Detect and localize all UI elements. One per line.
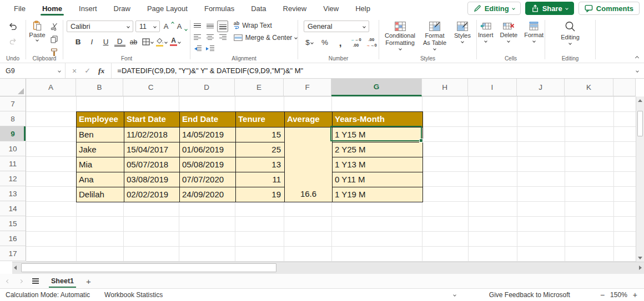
column-header-b[interactable]: B <box>76 79 123 96</box>
menu-tab-data[interactable]: Data <box>243 0 274 17</box>
column-header-e[interactable]: E <box>235 79 284 96</box>
table-cell[interactable]: Delilah <box>77 187 124 202</box>
table-cell[interactable]: 03/08/2019 <box>124 172 179 187</box>
zoom-in-button[interactable]: + <box>633 290 637 299</box>
percent-format-button[interactable]: % <box>319 37 330 48</box>
scroll-right-arrow[interactable] <box>639 266 642 270</box>
redo-button[interactable] <box>7 35 18 47</box>
column-header-i[interactable]: I <box>468 79 517 96</box>
table-cell[interactable]: 05/08/2019 <box>179 157 235 172</box>
table-cell[interactable]: 01/06/2019 <box>179 142 235 157</box>
row-header-9[interactable]: 9 <box>0 126 26 141</box>
vertical-scrollbar[interactable] <box>636 96 644 262</box>
wrap-text-button[interactable]: ab Wrap Text <box>234 22 298 29</box>
cut-button[interactable] <box>49 21 60 32</box>
table-cell[interactable]: 25 <box>235 142 284 157</box>
vertical-scroll-thumb[interactable] <box>637 111 643 136</box>
menu-tab-file[interactable]: File <box>6 0 34 17</box>
table-cell[interactable]: 15 <box>235 127 284 142</box>
double-underline-button[interactable]: D <box>114 37 125 47</box>
decrease-indent-button[interactable] <box>192 43 203 54</box>
menu-tab-draw[interactable]: Draw <box>105 0 139 17</box>
decrease-decimal-button[interactable]: .00→→0 <box>366 37 377 48</box>
menu-tab-view[interactable]: View <box>315 0 347 17</box>
table-cell[interactable]: 19 <box>235 187 284 202</box>
table-cell[interactable]: 05/07/2018 <box>124 157 179 172</box>
average-cell[interactable]: 16.6 <box>284 127 332 202</box>
table-cell[interactable]: Ben <box>77 127 124 142</box>
copy-button[interactable] <box>49 33 60 45</box>
scroll-down-arrow[interactable] <box>638 257 642 259</box>
table-cell[interactable]: 02/02/2019 <box>124 187 179 202</box>
menu-tab-formulas[interactable]: Formulas <box>196 0 243 17</box>
font-color-button[interactable]: A <box>170 36 181 48</box>
fill-handle[interactable] <box>419 139 423 142</box>
underline-button[interactable]: U <box>100 36 112 48</box>
menu-tab-insert[interactable]: Insert <box>71 0 105 17</box>
scroll-left-arrow[interactable] <box>14 266 17 270</box>
decrease-font-button[interactable]: A <box>175 21 187 32</box>
fill-color-button[interactable] <box>156 36 167 48</box>
row-header-17[interactable]: 17 <box>0 246 26 261</box>
horizontal-scrollbar[interactable] <box>12 262 644 274</box>
row-header-15[interactable]: 15 <box>0 216 26 231</box>
table-cell[interactable]: 14/05/2019 <box>179 127 235 142</box>
workbook-statistics-button[interactable]: Workbook Statistics <box>104 291 163 299</box>
column-header-a[interactable]: A <box>26 79 76 96</box>
collapse-ribbon-button[interactable] <box>635 56 639 60</box>
table-header-cell[interactable]: Years-Month <box>332 112 422 127</box>
table-header-cell[interactable]: Tenure <box>235 112 284 127</box>
table-cell[interactable]: 15/04/2017 <box>124 142 179 157</box>
table-cell[interactable]: Ana <box>77 172 124 187</box>
scroll-up-arrow[interactable] <box>638 99 642 102</box>
column-header-k[interactable]: K <box>565 79 613 96</box>
insert-function-button[interactable]: fx <box>98 67 104 75</box>
cell-styles-button[interactable]: Styles <box>452 22 473 43</box>
table-cell[interactable]: 1 Y19 M <box>332 187 422 202</box>
expand-formula-bar-button[interactable] <box>636 69 639 73</box>
status-bar-options-chevron[interactable] <box>453 293 456 297</box>
cancel-entry-button[interactable]: × <box>72 67 77 75</box>
table-cell[interactable]: 24/09/2020 <box>179 187 235 202</box>
column-header-g[interactable]: G <box>331 79 422 96</box>
share-button[interactable]: Share <box>525 2 574 15</box>
currency-format-button[interactable]: $ <box>304 37 315 48</box>
feedback-link[interactable]: Give Feedback to Microsoft <box>489 291 570 299</box>
row-header-12[interactable]: 12 <box>0 171 26 186</box>
delete-cells-button[interactable]: Delete <box>497 22 520 42</box>
table-header-cell[interactable]: Start Date <box>124 112 179 127</box>
column-header-h[interactable]: H <box>422 79 468 96</box>
next-sheet-button[interactable] <box>19 279 23 283</box>
column-header-c[interactable]: C <box>123 79 179 96</box>
align-middle-button[interactable] <box>204 21 215 32</box>
increase-indent-button[interactable] <box>204 43 215 54</box>
table-header-cell[interactable]: End Date <box>179 112 235 127</box>
italic-button[interactable]: I <box>87 36 98 48</box>
table-cell[interactable]: 2 Y25 M <box>332 142 422 157</box>
zoom-out-button[interactable]: − <box>600 290 605 299</box>
table-header-cell[interactable]: Average <box>284 112 332 127</box>
strikethrough-button[interactable]: ab <box>128 36 139 48</box>
bold-button[interactable]: B <box>73 36 84 48</box>
align-left-button[interactable] <box>192 32 203 43</box>
add-sheet-button[interactable]: + <box>86 277 91 286</box>
align-top-button[interactable] <box>192 21 203 32</box>
borders-button[interactable] <box>142 36 153 48</box>
column-header-j[interactable]: J <box>517 79 565 96</box>
align-bottom-button[interactable] <box>217 21 228 32</box>
number-format-select[interactable]: General <box>304 21 369 32</box>
increase-decimal-button[interactable]: ←←0.00 <box>350 37 361 48</box>
undo-button[interactable] <box>7 21 18 32</box>
format-cells-button[interactable]: Format <box>522 22 546 42</box>
row-header-16[interactable]: 16 <box>0 231 26 246</box>
align-center-button[interactable] <box>204 32 215 43</box>
formula-input[interactable]: =DATEDIF(C9,D9, "Y")&" Y" & DATEDIF(C9,D… <box>112 67 636 75</box>
previous-sheet-button[interactable] <box>6 279 10 283</box>
increase-font-button[interactable]: A <box>162 21 173 32</box>
format-as-table-button[interactable]: Format As Table <box>420 22 450 50</box>
table-cell[interactable]: 13 <box>235 157 284 172</box>
font-size-select[interactable]: 11 <box>135 21 160 32</box>
table-cell[interactable]: 11 <box>235 172 284 187</box>
row-header-7[interactable]: 7 <box>0 96 26 111</box>
zoom-level[interactable]: 150% <box>610 291 627 299</box>
